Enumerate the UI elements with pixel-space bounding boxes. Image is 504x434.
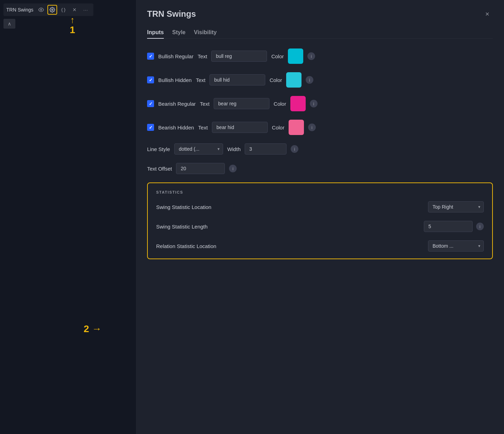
line-style-row: Line Style dotted (... dashed (-- solid … [147,143,493,155]
text-offset-row: Text Offset i [147,163,493,174]
bullish-hidden-text-input[interactable] [209,74,265,85]
close-panel-button[interactable]: × [482,8,493,20]
text-offset-info-icon[interactable]: i [229,165,237,172]
swing-statistic-length-input[interactable] [424,221,473,232]
bearish-regular-info-icon[interactable]: i [310,100,318,107]
bearish-hidden-color-label: Color [272,125,284,130]
text-offset-label: Text Offset [147,166,172,172]
tab-style[interactable]: Style [172,27,185,38]
bearish-hidden-info-icon[interactable]: i [308,124,316,131]
bullish-regular-text-label: Text [198,53,207,59]
line-style-select-wrapper: dotted (... dashed (-- solid (— ▾ [174,143,223,155]
text-offset-input[interactable] [176,163,225,174]
bearish-hidden-text-input[interactable] [212,122,268,133]
annotation-1-label: 1 [70,24,75,36]
left-panel: TRN Swings {} × ··· ↑ 1 ∧ [0,0,136,434]
bullish-regular-color-label: Color [271,53,284,59]
settings-icon[interactable] [47,5,57,15]
collapse-button[interactable]: ∧ [3,19,15,29]
bearish-regular-row: Bearish Regular Text Color i [147,96,493,111]
bullish-hidden-label: Bullish Hidden [158,77,192,83]
relation-statistic-location-label: Relation Statistic Location [156,243,216,249]
swing-statistic-length-label: Swing Statistic Length [156,224,208,230]
line-style-select[interactable]: dotted (... dashed (-- solid (— [174,143,223,155]
bullish-regular-info-icon[interactable]: i [307,52,315,60]
more-icon[interactable]: ··· [81,5,91,15]
bullish-hidden-checkbox[interactable] [147,76,154,83]
panel-header: TRN Swings × [147,8,493,20]
tab-visibility[interactable]: Visibility [194,27,217,38]
statistics-section: STATISTICS Swing Statistic Location Top … [147,182,493,259]
bullish-hidden-color-swatch[interactable] [286,72,301,88]
tab-bar: Inputs Style Visibility [147,27,493,39]
indicator-name: TRN Swings [6,7,33,13]
code-icon[interactable]: {} [59,5,68,15]
annotation-2-label: 2 [84,323,89,335]
bearish-regular-color-label: Color [274,101,286,107]
line-style-label: Line Style [147,146,170,152]
svg-point-1 [52,9,53,10]
bullish-regular-color-swatch[interactable] [288,48,303,64]
annotation-1-group: ↑ 1 [70,15,75,36]
tab-inputs[interactable]: Inputs [147,27,164,38]
bearish-regular-text-input[interactable] [214,98,269,109]
bearish-regular-color-swatch[interactable] [290,96,306,111]
right-panel: TRN Swings × Inputs Style Visibility Bul… [136,0,504,434]
bearish-hidden-text-label: Text [198,125,208,130]
bearish-regular-text-label: Text [200,101,210,107]
bearish-hidden-row: Bearish Hidden Text Color i [147,120,493,135]
bullish-hidden-color-label: Color [269,77,282,83]
width-input[interactable] [245,143,287,155]
bullish-hidden-info-icon[interactable]: i [306,76,313,84]
swing-statistic-location-label: Swing Statistic Location [156,204,211,210]
relation-statistic-location-select[interactable]: Bottom ... Bottom Left Bottom Right Top … [428,240,484,252]
statistics-section-label: STATISTICS [156,190,484,194]
swing-statistic-location-row: Swing Statistic Location Top Right Top L… [156,201,484,212]
bearish-hidden-color-swatch[interactable] [289,120,304,135]
bullish-regular-row: Bullish Regular Text Color i [147,48,493,64]
width-label: Width [227,146,240,152]
close-indicator-icon[interactable]: × [70,5,79,15]
bearish-regular-checkbox[interactable] [147,100,154,107]
eye-icon[interactable] [36,5,46,15]
swing-statistic-location-select[interactable]: Top Right Top Left Bottom Right Bottom L… [428,201,484,212]
width-info-icon[interactable]: i [291,145,298,153]
toolbar: TRN Swings {} × ··· [3,3,93,16]
bullish-regular-text-input[interactable] [211,51,267,62]
bearish-regular-label: Bearish Regular [158,101,196,107]
bullish-regular-label: Bullish Regular [158,53,193,59]
bullish-hidden-text-label: Text [196,77,206,83]
bullish-hidden-row: Bullish Hidden Text Color i [147,72,493,88]
bearish-hidden-label: Bearish Hidden [158,125,194,130]
bullish-regular-checkbox[interactable] [147,53,154,60]
swing-statistic-length-info-icon[interactable]: i [476,223,484,230]
swing-statistic-location-select-wrapper: Top Right Top Left Bottom Right Bottom L… [428,201,484,212]
annotation-2-group: 2 → [84,323,102,335]
swing-statistic-length-group: i [424,221,484,232]
panel-title: TRN Swings [147,9,196,19]
annotation-1-number: ↑ [70,15,75,24]
swing-statistic-length-row: Swing Statistic Length i [156,221,484,232]
bearish-hidden-checkbox[interactable] [147,124,154,131]
svg-point-0 [40,9,42,10]
relation-statistic-location-select-wrapper: Bottom ... Bottom Left Bottom Right Top … [428,240,484,252]
relation-statistic-location-row: Relation Statistic Location Bottom ... B… [156,240,484,252]
